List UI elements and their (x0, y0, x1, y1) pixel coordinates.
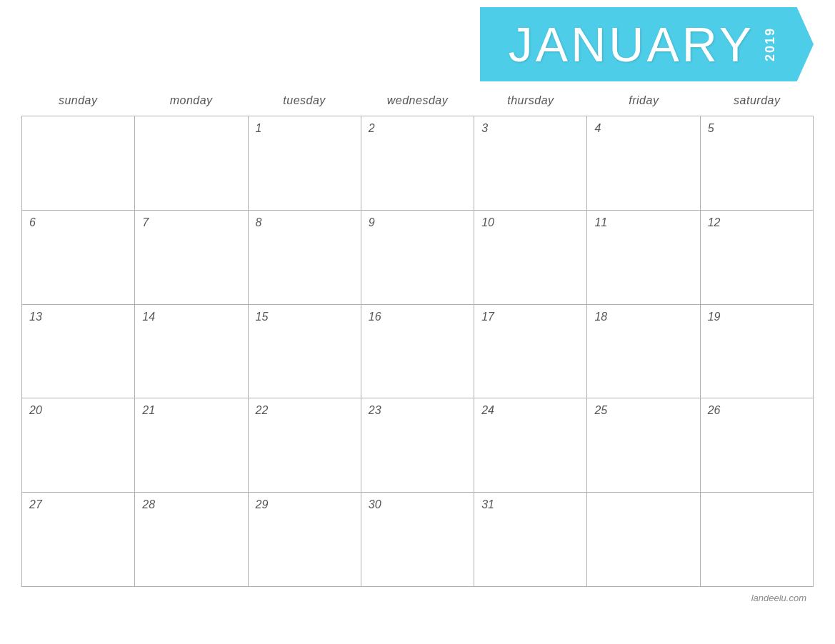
day-thursday: thursday (474, 89, 587, 113)
table-row: 26 (701, 398, 814, 493)
table-row: 29 (249, 493, 361, 587)
day-friday: friday (587, 89, 700, 113)
table-row: 20 (22, 398, 135, 493)
day-tuesday: tuesday (248, 89, 361, 113)
day-saturday: saturday (701, 89, 814, 113)
table-row (135, 116, 248, 211)
table-row (587, 493, 700, 587)
footer: landeelu.com (21, 587, 814, 603)
table-row: 12 (701, 211, 814, 305)
table-row: 2 (361, 116, 474, 211)
table-row: 17 (474, 305, 587, 399)
year-label: 2019 (763, 27, 778, 61)
days-header: sunday monday tuesday wednesday thursday… (21, 89, 814, 113)
table-row: 22 (249, 398, 361, 493)
table-row: 5 (701, 116, 814, 211)
calendar-container: JANUARY 2019 sunday monday tuesday wedne… (0, 0, 835, 644)
table-row: 15 (249, 305, 361, 399)
table-row: 19 (701, 305, 814, 399)
table-row: 14 (135, 305, 248, 399)
table-row: 30 (361, 493, 474, 587)
table-row: 23 (361, 398, 474, 493)
day-monday: monday (134, 89, 247, 113)
table-row: 3 (474, 116, 587, 211)
table-row (701, 493, 814, 587)
table-row: 27 (22, 493, 135, 587)
table-row: 31 (474, 493, 587, 587)
day-sunday: sunday (21, 89, 134, 113)
table-row: 16 (361, 305, 474, 399)
table-row: 8 (249, 211, 361, 305)
table-row: 1 (249, 116, 361, 211)
month-banner: JANUARY 2019 (480, 7, 814, 81)
table-row: 4 (587, 116, 700, 211)
calendar-grid: 1 2 3 4 5 6 7 8 9 10 11 12 13 14 15 16 1… (21, 116, 814, 587)
table-row: 13 (22, 305, 135, 399)
day-wednesday: wednesday (361, 89, 474, 113)
table-row: 9 (361, 211, 474, 305)
month-title: JANUARY (509, 20, 754, 69)
table-row: 7 (135, 211, 248, 305)
table-row: 6 (22, 211, 135, 305)
header-area: JANUARY 2019 (21, 0, 814, 81)
table-row: 24 (474, 398, 587, 493)
table-row (22, 116, 135, 211)
table-row: 25 (587, 398, 700, 493)
attribution-text: landeelu.com (751, 593, 806, 603)
table-row: 10 (474, 211, 587, 305)
table-row: 18 (587, 305, 700, 399)
table-row: 28 (135, 493, 248, 587)
table-row: 21 (135, 398, 248, 493)
table-row: 11 (587, 211, 700, 305)
